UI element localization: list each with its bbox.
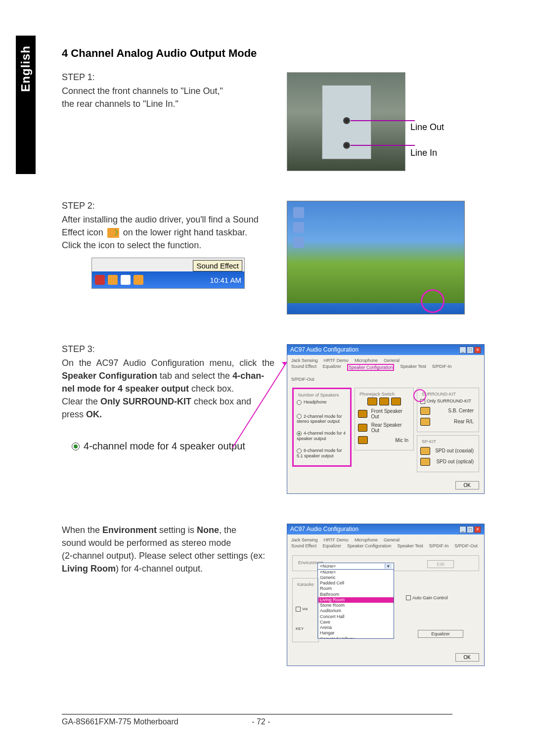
key-label: KEY bbox=[296, 626, 315, 631]
tab-sound-effect[interactable]: Sound Effect bbox=[291, 364, 316, 371]
tab-equalizer[interactable]: Equalizer bbox=[322, 364, 341, 371]
only-surround-kit[interactable]: Only SURROUND-KIT bbox=[427, 399, 471, 403]
tab-sound-effect[interactable]: Sound Effect bbox=[291, 543, 316, 548]
tab-spdif-out[interactable]: S/PDIF-Out bbox=[454, 543, 478, 548]
step2-label: STEP 2: bbox=[62, 201, 274, 211]
jack-icon[interactable] bbox=[358, 436, 368, 444]
env-option[interactable]: Auditorium bbox=[318, 608, 394, 614]
tab-hrtf-demo[interactable]: HRTF Demo bbox=[324, 358, 349, 363]
env-option[interactable]: Hangar bbox=[318, 630, 394, 636]
dropdown-list[interactable]: <None> Generic Padded Cell Room Bathroom… bbox=[318, 569, 394, 638]
jack-icon[interactable] bbox=[420, 418, 430, 426]
close-icon[interactable]: × bbox=[474, 347, 481, 354]
opt-4channel[interactable]: 4-channel mode for 4 speaker output bbox=[297, 431, 346, 441]
env-option[interactable]: Stone Room bbox=[318, 603, 394, 608]
tab-speaker-test[interactable]: Speaker Test bbox=[397, 543, 423, 548]
opt-headphone[interactable]: Headphone bbox=[304, 400, 327, 404]
language-tab-label: English bbox=[19, 45, 33, 92]
chevron-down-icon[interactable]: ▾ bbox=[385, 564, 392, 569]
step1-text-line1: Connect the front channels to "Line Out,… bbox=[62, 85, 269, 97]
jack-icon[interactable] bbox=[420, 407, 430, 415]
surround-kit-group: SURROUND-KIT Only SURROUND-KIT S.B. Cent… bbox=[417, 388, 479, 432]
env-p4a: Living Room bbox=[62, 564, 116, 574]
jack-icon[interactable] bbox=[358, 410, 367, 418]
jack-icon[interactable] bbox=[358, 424, 367, 432]
tab-general[interactable]: General bbox=[384, 358, 400, 363]
tab-jack-sensing[interactable]: Jack Sensing bbox=[291, 537, 318, 542]
window-controls[interactable]: _□× bbox=[459, 346, 481, 354]
tab-equalizer[interactable]: Equalizer bbox=[322, 543, 341, 548]
tab-speaker-configuration[interactable]: Speaker Configuration bbox=[347, 364, 395, 371]
windows-desktop-screenshot bbox=[287, 201, 465, 314]
step-2: STEP 2: After installing the audio drive… bbox=[62, 201, 507, 314]
phonejack-legend: Phonejack Switch bbox=[358, 392, 396, 397]
env-p1e: , the bbox=[219, 525, 236, 535]
step1-text-line2: the rear channels to "Line In." bbox=[62, 97, 269, 110]
env-option[interactable]: Arena bbox=[318, 625, 394, 630]
tab-hrtf-demo[interactable]: HRTF Demo bbox=[324, 537, 349, 542]
step3-label: STEP 3: bbox=[62, 344, 274, 355]
tab-spdif-in[interactable]: S/PDIF-In bbox=[429, 543, 449, 548]
env-option[interactable]: Generic bbox=[318, 575, 394, 580]
env-option-highlighted[interactable]: Living Room bbox=[318, 597, 394, 603]
tab-spdif-in[interactable]: S/PDIF-In bbox=[432, 364, 452, 371]
env-p1d: None bbox=[197, 525, 219, 535]
voice-cancel-label[interactable]: Voi bbox=[302, 607, 308, 611]
maximize-icon[interactable]: □ bbox=[467, 347, 474, 354]
window-controls[interactable]: _□× bbox=[459, 526, 481, 533]
step3-p2a: Clear the bbox=[62, 397, 100, 406]
jack-icon[interactable] bbox=[420, 458, 430, 466]
phonejack-switch-group: Phonejack Switch Front Speaker Out Rear … bbox=[355, 388, 414, 450]
environment-dropdown[interactable]: <None> ▾ <None> Generic Padded Cell Room… bbox=[317, 563, 394, 639]
tab-microphone[interactable]: Microphone bbox=[355, 537, 378, 542]
motherboard-port-photo bbox=[287, 72, 405, 171]
edit-button[interactable]: Edit bbox=[427, 560, 454, 568]
speakers-legend: Number of Speakers bbox=[297, 393, 341, 398]
tab-general[interactable]: General bbox=[384, 537, 400, 542]
tray-icon bbox=[108, 275, 118, 285]
auto-gain-label[interactable]: Auto Gain Control bbox=[412, 595, 448, 600]
tab-speaker-test[interactable]: Speaker Test bbox=[400, 364, 426, 371]
tab-strip[interactable]: Jack Sensing HRTF Demo Microphone Genera… bbox=[287, 534, 484, 551]
language-tab: English bbox=[16, 36, 36, 174]
env-option[interactable]: Room bbox=[318, 586, 394, 591]
env-option[interactable]: Padded Cell bbox=[318, 580, 394, 586]
page-title: 4 Channel Analog Audio Output Mode bbox=[62, 47, 507, 60]
spd-coaxial: SPD out (coaxial) bbox=[435, 448, 474, 453]
tab-microphone[interactable]: Microphone bbox=[355, 358, 378, 363]
ok-button[interactable]: OK bbox=[455, 481, 479, 489]
step2-line2b: on the lower right hand taskbar. bbox=[123, 227, 247, 237]
env-option[interactable]: Carpeted Hallway bbox=[318, 636, 394, 638]
highlight-circle bbox=[413, 389, 426, 402]
rear-rl-label: Rear R/L bbox=[454, 419, 474, 424]
tab-spdif-out[interactable]: S/PDIF-Out bbox=[291, 377, 314, 382]
window-title: AC97 Audio Configuration bbox=[290, 346, 358, 354]
jack-icon[interactable] bbox=[420, 447, 430, 455]
step3-p1e: nel mode for 4 speaker output bbox=[62, 384, 189, 394]
step3-p1a: On the AC97 Audio Configuration menu, cl… bbox=[62, 358, 274, 368]
env-option[interactable]: Cave bbox=[318, 620, 394, 625]
ac97-config-window-speaker: AC97 Audio Configuration _□× Jack Sensin… bbox=[287, 344, 485, 494]
equalizer-button[interactable]: Equalizer bbox=[418, 630, 463, 638]
maximize-icon[interactable]: □ bbox=[467, 526, 474, 533]
callout-line-in: Line In bbox=[410, 140, 444, 166]
minimize-icon[interactable]: _ bbox=[459, 526, 466, 533]
spd-optical: SPD out (optical) bbox=[436, 459, 474, 464]
opt-2channel[interactable]: 2-channel mode for stereo speaker output bbox=[297, 414, 342, 424]
radio-selected-icon bbox=[72, 443, 80, 450]
close-icon[interactable]: × bbox=[474, 526, 481, 533]
tab-speaker-configuration[interactable]: Speaker Configuration bbox=[347, 543, 392, 548]
front-speaker-out: Front Speaker Out bbox=[371, 408, 408, 419]
tab-jack-sensing[interactable]: Jack Sensing bbox=[291, 358, 318, 363]
sp-kit-group: SP-KIT SPD out (coaxial) SPD out (optica… bbox=[417, 435, 479, 472]
env-option[interactable]: Bathroom bbox=[318, 592, 394, 597]
jack-icon bbox=[379, 398, 389, 405]
opt-6channel[interactable]: 6-channel mode for 5.1 speaker output bbox=[297, 448, 342, 458]
tab-strip[interactable]: Jack Sensing HRTF Demo Microphone Genera… bbox=[287, 355, 484, 385]
minimize-icon[interactable]: _ bbox=[459, 347, 466, 354]
env-p4b: ) for 4-channel output. bbox=[116, 564, 203, 574]
env-option[interactable]: Concert Hall bbox=[318, 614, 394, 620]
step3-p2d: press bbox=[62, 409, 86, 419]
env-option[interactable]: <None> bbox=[318, 570, 394, 575]
ok-button[interactable]: OK bbox=[455, 653, 479, 662]
